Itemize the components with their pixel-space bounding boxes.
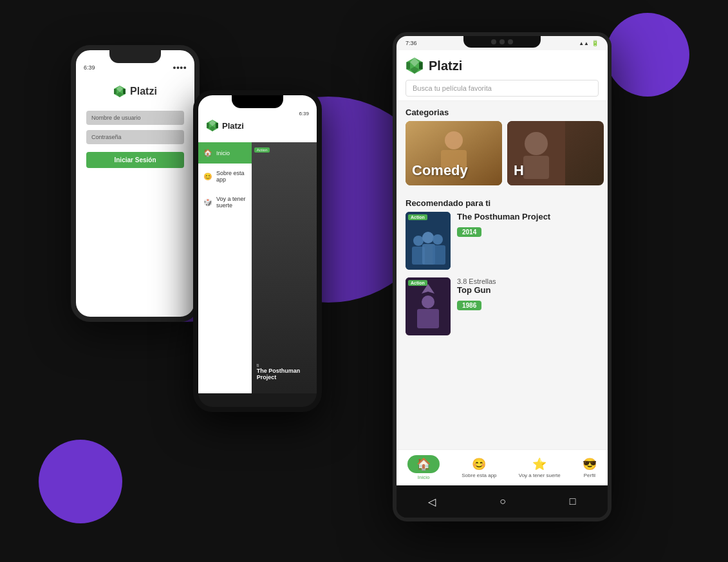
camera-dot-2 bbox=[499, 39, 505, 44]
poster-bg-topgun bbox=[406, 277, 451, 335]
nav-item-sobre[interactable]: 😊 Sobre esta app bbox=[462, 457, 496, 478]
year-badge-1: 2014 bbox=[457, 227, 481, 237]
svg-marker-3 bbox=[114, 89, 117, 94]
svg-marker-9 bbox=[216, 123, 218, 128]
phone2-app-name: Platzi bbox=[222, 121, 244, 131]
comedy-label: Comedy bbox=[412, 162, 468, 179]
movie-label: ti bbox=[257, 363, 312, 368]
nav-label-perfil: Perfil bbox=[584, 473, 595, 478]
menu-item-suerte[interactable]: 🎲 Voy a tener suerte bbox=[198, 189, 252, 215]
nav-smile-icon: 😊 bbox=[472, 457, 486, 471]
phone2-menu-list: 🏠 Inicio 😊 Sobre esta app 🎲 Voy a tener … bbox=[198, 142, 252, 393]
phone2-movie-info: ti The Posthuman Project bbox=[257, 363, 312, 380]
phone3-app-bar: Platzi Busca tu película favorita bbox=[397, 50, 608, 101]
svg-marker-14 bbox=[419, 62, 423, 69]
app-logo-row: Platzi bbox=[406, 57, 599, 75]
nav-home-icon: 🏠 bbox=[416, 458, 431, 471]
login-button[interactable]: Iniciar Sesión bbox=[86, 152, 184, 168]
svg-point-16 bbox=[445, 131, 463, 149]
svg-point-29 bbox=[422, 295, 434, 308]
year-badge-2: 1986 bbox=[457, 301, 481, 310]
phone3-status-icons: ▲▲ 🔋 bbox=[579, 40, 599, 46]
android-back-button[interactable]: ◁ bbox=[428, 496, 436, 508]
categories-row: Comedy H bbox=[397, 121, 608, 192]
android-home-button[interactable]: ○ bbox=[499, 496, 506, 507]
category-comedy[interactable]: Comedy bbox=[406, 121, 502, 185]
android-recent-button[interactable]: □ bbox=[570, 496, 576, 507]
action-badge-2: Action bbox=[408, 280, 427, 286]
phone2-notch bbox=[232, 95, 283, 108]
camera-dot-1 bbox=[491, 39, 496, 44]
nav-profile-icon: 😎 bbox=[583, 457, 597, 471]
action-badge-1: Action bbox=[408, 214, 427, 220]
svg-rect-30 bbox=[417, 309, 439, 328]
phone1-content: Platzi Nombre de usuario Contraseña Inic… bbox=[76, 72, 194, 181]
camera-dot-3 bbox=[508, 39, 513, 44]
platzi-logo-icon bbox=[406, 57, 424, 75]
username-input[interactable]: Nombre de usuario bbox=[86, 111, 184, 125]
android-nav-bar: ◁ ○ □ bbox=[397, 485, 608, 518]
movie-info-2: 3.8 Estrellas Top Gun 1986 bbox=[457, 277, 599, 314]
phone2-movie-title: The Posthuman Project bbox=[257, 368, 312, 380]
phone2-split-content: 🏠 Inicio 😊 Sobre esta app 🎲 Voy a tener … bbox=[198, 142, 317, 393]
nav-item-perfil[interactable]: 😎 Perfil bbox=[583, 457, 597, 478]
svg-marker-4 bbox=[123, 89, 126, 94]
movie-item-2[interactable]: Action 3.8 Estrellas Top Gun 1986 bbox=[406, 277, 599, 335]
phone2-header: Platzi bbox=[206, 119, 309, 132]
phone2-menu: 6:39 Platzi 🏠 Inicio 😊 bbox=[193, 90, 322, 412]
platzi-icon-phone2 bbox=[206, 119, 219, 132]
nav-star-icon: ⭐ bbox=[532, 457, 546, 471]
horror-label: H bbox=[514, 162, 524, 179]
menu-label-inicio: Inicio bbox=[216, 150, 230, 156]
movie-title-1: The Posthuman Project bbox=[457, 212, 599, 221]
svg-marker-8 bbox=[207, 123, 209, 128]
nav-inicio-bg: 🏠 bbox=[407, 455, 440, 473]
svg-rect-20 bbox=[523, 156, 549, 179]
recommended-section: Action The Posthuman Project 2014 bbox=[397, 212, 608, 335]
phone3-time: 7:36 bbox=[406, 40, 417, 46]
platzi-icon-phone1 bbox=[113, 85, 126, 98]
rating-posthuman: 3.8 Estrellas bbox=[457, 277, 599, 285]
svg-marker-13 bbox=[406, 62, 410, 69]
battery-icon: 🔋 bbox=[592, 40, 599, 46]
action-badge-phone2: Action bbox=[254, 147, 270, 153]
svg-point-19 bbox=[525, 132, 548, 155]
recommended-title: Recomendado para ti bbox=[397, 192, 608, 212]
categories-section-title: Categorias bbox=[397, 101, 608, 121]
svg-point-22 bbox=[413, 236, 424, 246]
nav-item-inicio[interactable]: 🏠 Inicio bbox=[407, 455, 440, 480]
phone1-status-bar: 6:39 ●●●● bbox=[76, 62, 194, 72]
password-input[interactable]: Contraseña bbox=[86, 130, 184, 144]
phone1-signal: ●●●● bbox=[173, 64, 187, 71]
nav-label-inicio: Inicio bbox=[418, 474, 430, 480]
phone1-logo: Platzi bbox=[113, 85, 157, 98]
home-icon: 🏠 bbox=[203, 149, 212, 157]
svg-point-23 bbox=[422, 232, 434, 243]
menu-item-inicio[interactable]: 🏠 Inicio bbox=[198, 142, 252, 164]
phone1-time: 6:39 bbox=[84, 64, 95, 71]
menu-item-sobre[interactable]: 😊 Sobre esta app bbox=[198, 164, 252, 189]
search-bar[interactable]: Busca tu película favorita bbox=[406, 80, 599, 97]
menu-label-sobre: Sobre esta app bbox=[216, 170, 247, 183]
phone1-app-name: Platzi bbox=[130, 86, 157, 97]
menu-label-suerte: Voy a tener suerte bbox=[216, 196, 247, 209]
svg-rect-27 bbox=[433, 245, 445, 265]
phone1-notch bbox=[109, 50, 161, 63]
nav-item-suerte[interactable]: ⭐ Voy a tener suerte bbox=[519, 457, 561, 478]
nav-label-sobre: Sobre esta app bbox=[462, 473, 496, 478]
movie-item-1[interactable]: Action The Posthuman Project 2014 bbox=[406, 212, 599, 270]
posthuman-poster-image bbox=[406, 212, 451, 270]
movie-info-1: The Posthuman Project 2014 bbox=[457, 212, 599, 241]
movie-poster-2: Action bbox=[406, 277, 451, 335]
phone3-camera-bar bbox=[463, 36, 541, 48]
nav-label-suerte: Voy a tener suerte bbox=[519, 473, 561, 478]
signal-icon: ▲▲ bbox=[579, 41, 589, 46]
category-horror[interactable]: H bbox=[507, 121, 604, 185]
phone3-bottom-nav: 🏠 Inicio 😊 Sobre esta app ⭐ Voy a tener … bbox=[397, 449, 608, 485]
phone2-right-panel: Action ti The Posthuman Project bbox=[252, 142, 317, 393]
poster-bg-posthuman bbox=[406, 212, 451, 270]
phone3-screen: Platzi Busca tu película favorita Catego… bbox=[397, 50, 608, 485]
dice-icon: 🎲 bbox=[203, 198, 212, 207]
phone2-time: 6:39 bbox=[206, 111, 309, 119]
movie-poster-1: Action bbox=[406, 212, 451, 270]
